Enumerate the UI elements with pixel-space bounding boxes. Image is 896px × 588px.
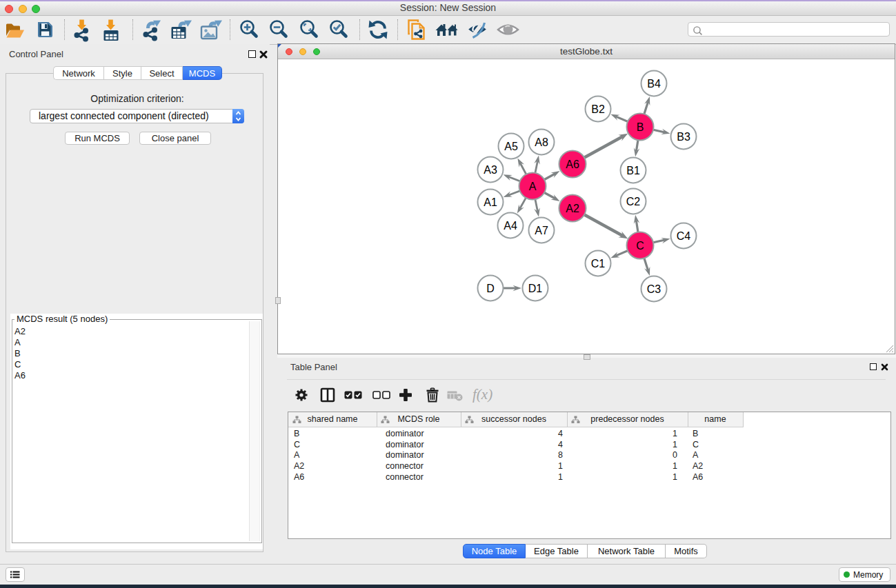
svg-text:C3: C3 <box>647 283 661 295</box>
svg-text:D1: D1 <box>528 283 543 294</box>
svg-text:A2: A2 <box>566 203 579 214</box>
svg-text:B1: B1 <box>626 165 640 176</box>
svg-text:A1: A1 <box>484 196 497 208</box>
svg-text:B2: B2 <box>591 103 605 115</box>
svg-text:A5: A5 <box>504 141 518 152</box>
svg-text:C2: C2 <box>626 196 641 207</box>
svg-text:A7: A7 <box>535 225 548 236</box>
svg-text:B3: B3 <box>677 131 690 143</box>
svg-text:D: D <box>486 283 495 294</box>
svg-text:B4: B4 <box>647 78 661 90</box>
svg-text:A4: A4 <box>504 220 517 232</box>
svg-text:A8: A8 <box>535 136 548 148</box>
svg-text:B: B <box>637 121 644 133</box>
svg-text:A: A <box>529 181 537 192</box>
svg-text:C: C <box>636 240 644 252</box>
svg-text:C1: C1 <box>591 258 606 270</box>
svg-text:C4: C4 <box>677 230 691 242</box>
svg-text:A3: A3 <box>484 164 497 176</box>
svg-text:A6: A6 <box>566 159 579 170</box>
